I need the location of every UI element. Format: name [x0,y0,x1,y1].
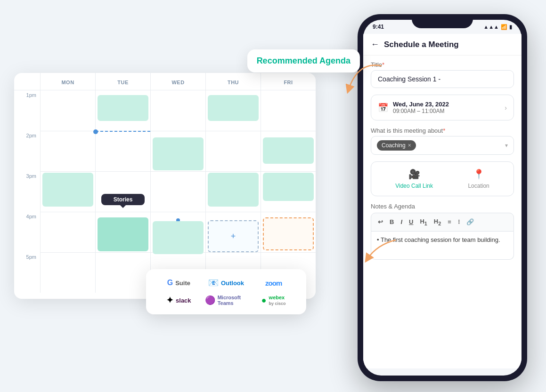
location-label: Location [468,183,489,189]
back-button[interactable]: ← [371,40,379,49]
battery-icon: ▮ [509,24,512,30]
video-icon: 🎥 [408,168,420,180]
calendar-header: MON TUE WED THU FRI [14,73,316,90]
day-fri: FRI [261,73,316,90]
notes-editor[interactable]: • The first coaching session for team bu… [371,232,514,260]
time-1pm: 1pm [14,90,40,131]
col-tue: Stories [96,90,151,293]
underline-btn[interactable]: U [407,217,415,226]
calendar-icon: 📅 [378,103,388,113]
recommended-agenda-callout: Recommended Agenda [247,49,360,72]
chevron-right-icon: › [505,104,507,112]
datetime-left: 📅 Wed, June 23, 2022 09:00AM – 11:00AM [378,101,449,114]
datetime-text: Wed, June 23, 2022 09:00AM – 11:00AM [393,101,449,114]
integration-outlook[interactable]: 📧 Outlook [208,278,244,288]
event-wed-2pm[interactable] [153,137,204,170]
event-tue-4pm[interactable] [98,217,148,251]
wifi-icon: 📶 [501,24,507,30]
notes-label: Notes & Agenda [371,203,514,210]
slack-icon: ✦ [166,295,173,305]
h2-btn[interactable]: H2 [432,217,443,227]
gsuite-label: Suite [175,280,190,287]
video-call-label: Video Call Link [395,183,433,189]
topic-input[interactable]: Coaching × ▾ [371,136,514,155]
topic-section: What is this meeting about* Coaching × ▾ [371,127,514,155]
current-time-line [96,131,150,132]
col-wed [151,90,206,293]
clock: 9:41 [373,24,384,30]
event-thu-1pm[interactable] [208,95,259,121]
calendar-card: MON TUE WED THU FRI 1pm 2pm 3pm 4pm 5pm [14,73,316,299]
screen-title: Schedule a Meeting [384,40,459,49]
integrations-popup: G Suite 📧 Outlook zoom ✦ slack 🟣 Microso… [146,269,306,314]
day-mon: MON [41,73,96,90]
phone-content: ← Schedule a Meeting Title* Coaching Ses… [363,34,522,368]
day-wed: WED [151,73,206,90]
col-fri [261,90,316,293]
meeting-form: Title* Coaching Session 1 - 📅 Wed, June … [363,56,522,367]
event-wed-4pm[interactable] [153,221,204,254]
time-column: 1pm 2pm 3pm 4pm 5pm [14,90,41,293]
integration-gsuite[interactable]: G Suite [167,279,190,287]
time-4pm: 4pm [14,212,40,252]
location-icon: 📍 [473,168,485,180]
integration-teams[interactable]: 🟣 Microsoft Teams [205,295,248,306]
chevron-down-icon: ▾ [505,142,508,149]
indent-btn[interactable]: ⁝ [456,217,462,226]
event-fri-3pm[interactable] [263,173,314,201]
video-location-card: 🎥 Video Call Link 📍 Location [371,161,514,196]
calendar-grid: Stories [41,90,316,293]
teams-icon: 🟣 [205,295,215,305]
teams-label: Microsoft Teams [218,295,248,306]
bold-btn[interactable]: B [388,217,396,226]
phone-shell: 9:41 ▲▲▲ 📶 ▮ ← Schedule a Meeting [358,14,527,381]
zoom-label: zoom [265,279,282,287]
italic-btn[interactable]: I [399,217,404,226]
time-2pm: 2pm [14,131,40,171]
notes-section: Notes & Agenda ↩ B I U H1 H2 ≡ ⁝ 🔗 [371,203,514,260]
stories-tooltip: Stories [101,194,145,205]
time-5pm: 5pm [14,252,40,293]
tag-remove-btn[interactable]: × [408,142,411,149]
recommended-agenda-text: Recommended Agenda [257,56,350,65]
coaching-tag: Coaching × [377,140,416,151]
time-3pm: 3pm [14,171,40,212]
gsuite-icon: G [167,279,173,287]
integration-slack[interactable]: ✦ slack [166,295,191,305]
webex-label: webexby cisco [269,295,286,306]
notes-content: The first coaching session for team buil… [381,236,500,243]
location-option[interactable]: 📍 Location [468,168,489,189]
col-thu: + [206,90,261,293]
datetime-picker[interactable]: 📅 Wed, June 23, 2022 09:00AM – 11:00AM › [371,95,514,120]
webex-icon: ● [261,296,267,305]
outlook-icon: 📧 [208,278,219,288]
day-tue: TUE [96,73,151,90]
calendar-body: 1pm 2pm 3pm 4pm 5pm [14,90,316,293]
topic-label: What is this meeting about* [371,127,514,134]
integrations-grid: G Suite 📧 Outlook zoom ✦ slack 🟣 Microso… [157,278,295,306]
video-call-option[interactable]: 🎥 Video Call Link [395,168,433,189]
outlook-label: Outlook [221,280,244,287]
add-event-thu[interactable]: + [208,220,259,252]
integration-zoom[interactable]: zoom [265,279,282,287]
h1-btn[interactable]: H1 [418,217,429,227]
link-btn[interactable]: 🔗 [465,217,476,226]
integration-webex[interactable]: ● webexby cisco [261,295,286,306]
slack-label: slack [176,297,191,304]
phone-wrap: 9:41 ▲▲▲ 📶 ▮ ← Schedule a Meeting [353,14,532,386]
event-fri-2pm[interactable] [263,137,314,164]
event-thu-3pm[interactable] [208,173,259,207]
event-mon-3pm[interactable] [42,173,93,207]
bullet-icon: • [377,236,381,243]
day-thu: THU [206,73,261,90]
title-input[interactable]: Coaching Session 1 - [371,70,514,88]
col-mon [41,90,96,293]
event-fri-dashed [263,217,314,250]
undo-btn[interactable]: ↩ [376,217,385,226]
editor-toolbar: ↩ B I U H1 H2 ≡ ⁝ 🔗 [371,213,514,232]
phone-notch [412,14,473,28]
title-label: Title* [371,61,514,68]
list-btn[interactable]: ≡ [446,217,453,226]
signal-icon: ▲▲▲ [483,24,499,30]
event-tue-1pm[interactable] [98,95,148,121]
